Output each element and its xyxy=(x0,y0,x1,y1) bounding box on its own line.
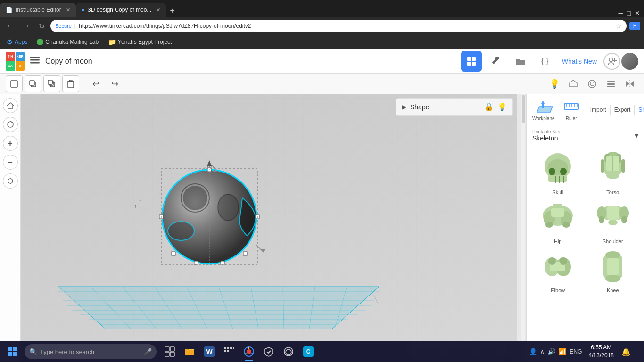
tab-tinkercad[interactable]: ● 3D design Copy of moo... ✕ xyxy=(76,3,166,17)
refresh-button[interactable]: ↻ xyxy=(36,20,48,33)
whats-new-button[interactable]: What's New xyxy=(559,55,600,68)
taskbar-chrome[interactable] xyxy=(239,341,258,362)
svg-rect-4 xyxy=(472,57,476,61)
zoom-out-button[interactable]: − xyxy=(3,155,18,170)
undo-button[interactable]: ↩ xyxy=(87,75,104,92)
network-icon[interactable]: 📶 xyxy=(558,348,566,355)
bookmark-star[interactable]: ☆ xyxy=(616,22,622,30)
app-toolbar: TIN KER CA D Copy of moon xyxy=(0,49,644,74)
light-view-button[interactable]: 💡 xyxy=(546,75,563,92)
fit-view-button[interactable] xyxy=(3,173,18,189)
clock-time: 6:55 AM xyxy=(589,344,614,352)
people-icon[interactable]: 👤 xyxy=(529,348,537,355)
taskbar-app9[interactable] xyxy=(279,341,298,362)
skull-shape-item[interactable]: Skull xyxy=(539,150,577,195)
taskbar-clock[interactable]: 6:55 AM 4/13/2018 xyxy=(586,343,617,361)
word-icon: W xyxy=(204,346,215,357)
svg-rect-135 xyxy=(224,350,226,352)
tab-instructable[interactable]: 📄 Instructable Editor ✕ xyxy=(0,3,76,17)
hip-shape-item[interactable]: Hip xyxy=(539,199,577,244)
shape-visibility-button[interactable]: 💡 xyxy=(497,102,507,111)
add-user-button[interactable] xyxy=(603,53,620,70)
extensions-button[interactable]: F xyxy=(629,22,640,30)
new-tab-button[interactable]: + xyxy=(166,5,178,17)
tinkercad-logo[interactable]: TIN KER CA D xyxy=(6,52,25,71)
circle-view-button[interactable] xyxy=(584,75,601,92)
duplicate-button[interactable] xyxy=(43,75,60,92)
rotate-view-button[interactable] xyxy=(3,117,18,132)
notification-button[interactable]: 🔔 xyxy=(619,341,634,362)
svg-rect-133 xyxy=(230,347,232,349)
moon-object[interactable] xyxy=(153,160,266,273)
show-desktop-button[interactable] xyxy=(636,341,638,362)
svg-point-30 xyxy=(8,179,13,183)
shapes-scrollbar-track[interactable] xyxy=(521,94,525,341)
taskbar-file-explorer[interactable] xyxy=(180,341,199,362)
address-bar[interactable]: Secure | https://www.tinkercad.com/thing… xyxy=(50,20,627,32)
share-button[interactable]: Share xyxy=(634,105,644,115)
taskbar-security[interactable] xyxy=(259,341,278,362)
svg-point-97 xyxy=(606,172,619,179)
svg-rect-122 xyxy=(607,258,619,275)
ruler-button[interactable]: Ruler xyxy=(559,96,584,123)
redo-button[interactable]: ↪ xyxy=(106,75,123,92)
shoulder-shape-item[interactable]: Shoulder xyxy=(594,199,632,244)
canvas-area[interactable]: ▶ Shape 🔒 💡 Edit Grid Snap Grid 1.0 mm ▲ xyxy=(21,94,517,362)
shape-view-button[interactable] xyxy=(565,75,582,92)
svg-rect-134 xyxy=(233,347,234,349)
minimize-button[interactable]: ─ xyxy=(619,9,623,17)
new-shape-button[interactable] xyxy=(6,75,23,92)
taskbar-app10[interactable]: C xyxy=(299,341,318,362)
start-button[interactable] xyxy=(2,341,23,362)
kit-dropdown-button[interactable]: ▾ xyxy=(635,131,638,140)
tab2-close[interactable]: ✕ xyxy=(156,7,160,13)
tiles-icon xyxy=(224,346,234,357)
shape6-item[interactable]: Knee xyxy=(594,248,632,293)
yonahs-bookmark[interactable]: 📁 Yonahs Egypt Project xyxy=(105,37,174,47)
taskbar-search[interactable]: 🔍 Type here to search 🎤 xyxy=(25,344,157,359)
hammer-button[interactable] xyxy=(486,51,506,72)
voice-search-icon[interactable]: 🎤 xyxy=(144,348,152,355)
shape-expand-button[interactable]: ▶ xyxy=(402,104,406,110)
cursor-indicator: ↑ xyxy=(139,198,141,205)
home-view-button[interactable] xyxy=(3,98,18,113)
list-view-button[interactable] xyxy=(603,75,619,92)
shape-lock-button[interactable]: 🔒 xyxy=(484,102,494,111)
volume-icon[interactable]: 🔊 xyxy=(547,348,555,355)
torso-label: Torso xyxy=(606,189,619,195)
torso-shape-item[interactable]: Torso xyxy=(594,150,632,195)
left-panel: + − xyxy=(0,94,21,362)
back-button[interactable]: ← xyxy=(4,20,17,32)
hammer-icon xyxy=(491,56,501,66)
hamburger-menu-button[interactable] xyxy=(28,55,41,67)
close-button[interactable]: ✕ xyxy=(635,9,640,17)
maximize-button[interactable]: □ xyxy=(627,9,631,17)
folder-button[interactable] xyxy=(510,51,531,72)
edit-toolbar: ↩ ↪ 💡 xyxy=(0,74,644,94)
zoom-in-button[interactable]: + xyxy=(3,136,18,151)
shape6-label: Knee xyxy=(607,288,619,293)
taskbar-task-view[interactable] xyxy=(160,341,179,362)
apps-bookmark[interactable]: ⚙ Apps xyxy=(4,37,30,47)
svg-marker-74 xyxy=(537,107,553,112)
code-button[interactable]: { } xyxy=(535,51,555,72)
chanuka-bookmark[interactable]: Chanuka Mailing Lab xyxy=(34,38,101,46)
delete-button[interactable] xyxy=(62,75,79,92)
mirror-button[interactable] xyxy=(621,75,638,92)
import-button[interactable]: Import xyxy=(586,105,610,115)
shapes-scrollbar-thumb[interactable] xyxy=(522,95,525,123)
forward-button[interactable]: → xyxy=(20,20,33,32)
grid-view-button[interactable] xyxy=(461,51,482,72)
svg-rect-1 xyxy=(30,59,40,61)
taskbar-word[interactable]: W xyxy=(200,341,219,362)
tab1-close[interactable]: ✕ xyxy=(66,7,70,13)
copy-button[interactable] xyxy=(25,75,41,92)
shape5-item[interactable]: Elbow xyxy=(539,248,577,293)
user-avatar[interactable] xyxy=(621,53,638,70)
export-button[interactable]: Export xyxy=(610,105,635,115)
svg-marker-35 xyxy=(58,287,379,329)
workplane-button[interactable]: Workplane xyxy=(528,96,559,123)
language-indicator[interactable]: ENG xyxy=(568,348,584,355)
expand-tray-icon[interactable]: ∧ xyxy=(540,348,545,355)
taskbar-tiles[interactable] xyxy=(220,341,239,362)
